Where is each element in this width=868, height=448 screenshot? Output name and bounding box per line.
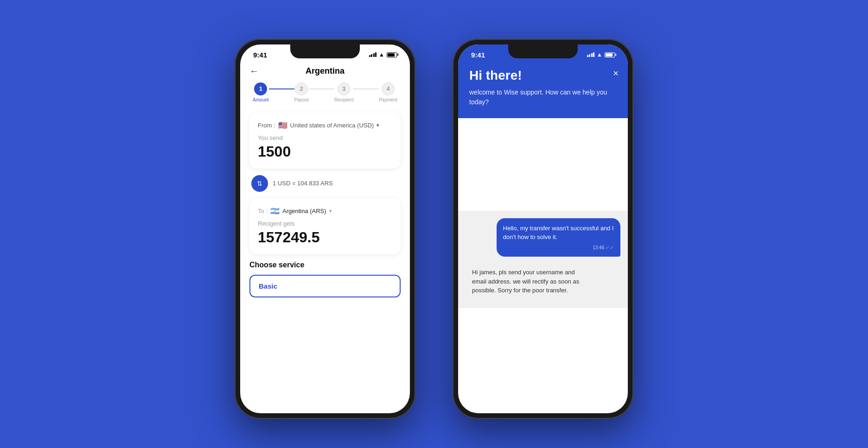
service-name: Basic [259,282,277,290]
from-country-name: United states of America (USD) [290,122,374,129]
wifi-icon-2: ▲ [597,51,602,58]
step-1: 1 Amount [253,82,268,102]
progress-steps: 1 Amount 2 Payout 3 Recipient [249,82,401,102]
page-title: Argentina [306,66,345,76]
step-label-3: Recipient [334,97,354,102]
battery-icon [387,52,397,57]
phone1-content: ← Argentina 1 Amount 2 Payout [240,62,410,297]
phone-chat: 9:41 ▲ × Hi there! welcome to Wise suppo… [453,39,633,419]
from-label-text: From : [258,122,275,129]
message-text-sent: Hello, my transfer wasn't successful and… [503,225,614,241]
to-label-text: To : [258,208,268,215]
you-send-label: You send [258,134,392,141]
chat-empty-area [458,118,628,211]
to-country-name: Argentina (ARS) [282,208,326,215]
phone2-screen: 9:41 ▲ × Hi there! welcome to Wise suppo… [458,44,628,413]
phone-transfer: 9:41 ▲ ← Argentina [235,39,415,419]
to-label: To : 🇦🇷 Argentina (ARS) ▾ [258,207,392,215]
step-circle-3: 3 [338,82,351,95]
close-button[interactable]: × [613,68,619,79]
recipient-amount: 157249.5 [258,229,392,246]
messages-area: Hello, my transfer wasn't successful and… [458,211,628,308]
choose-service-section: Choose service Basic [249,261,401,297]
step-3: 3 Recipient [334,82,354,102]
message-bubble-sent: Hello, my transfer wasn't successful and… [497,218,620,257]
step-circle-1: 1 [254,82,267,95]
status-time-phone2: 9:41 [471,51,485,59]
back-header: ← Argentina [249,62,401,82]
to-card: To : 🇦🇷 Argentina (ARS) ▾ Recigent gets … [249,198,401,254]
message-text-received: Hi james, pls send your username and ema… [472,269,579,294]
from-flag: 🇺🇸 [278,121,287,130]
status-time-phone1: 9:41 [253,51,267,59]
notch-2 [508,44,578,58]
step-label-4: Payment [379,97,397,102]
from-chevron-icon: ▾ [377,122,379,128]
step-label-2: Payout [294,97,309,102]
signal-icon [369,52,377,57]
message-bubble-received: Hi james, pls send your username and ema… [466,262,589,301]
battery-fill [388,53,395,57]
wifi-icon: ▲ [379,51,384,58]
chat-subtitle: welcome to Wise support. How can we help… [469,88,617,107]
to-chevron-icon: ▾ [329,208,332,214]
status-icons-phone2: ▲ [587,51,615,58]
status-icons-phone1: ▲ [369,51,397,58]
service-card-basic[interactable]: Basic [249,275,401,297]
step-line-3 [353,88,379,89]
step-circle-2: 2 [295,82,308,95]
battery-fill-2 [606,53,613,57]
from-label: From : 🇺🇸 United states of America (USD)… [258,121,392,130]
message-received-container: Hi james, pls send your username and ema… [466,262,620,301]
message-sent-container: Hello, my transfer wasn't successful and… [466,218,620,257]
send-amount[interactable]: 1500 [258,143,392,160]
choose-service-title: Choose service [249,261,401,269]
read-ticks: ✓✓ [606,245,614,250]
battery-icon-2 [605,52,615,57]
step-line-1 [269,88,294,89]
step-4: 4 Payment [379,82,397,102]
back-arrow-button[interactable]: ← [249,66,259,76]
chat-greeting: Hi there! [469,68,617,83]
step-line-2 [309,88,334,89]
step-circle-4: 4 [382,82,395,95]
swap-icon[interactable]: ⇅ [251,175,268,192]
exchange-rate-text: 1 USD = 104.833 ARS [273,180,333,187]
phone1-screen: 9:41 ▲ ← Argentina [240,44,410,413]
step-2: 2 Payout [294,82,309,102]
chat-header: × Hi there! welcome to Wise support. How… [458,62,628,118]
message-time-sent: 13:46 ✓✓ [503,244,614,252]
recipient-gets-label: Recigent gets [258,220,392,227]
exchange-rate-row: ⇅ 1 USD = 104.833 ARS [249,175,401,192]
from-country-select[interactable]: 🇺🇸 United states of America (USD) ▾ [278,121,380,130]
to-country-select[interactable]: 🇦🇷 Argentina (ARS) ▾ [270,207,332,215]
from-card: From : 🇺🇸 United states of America (USD)… [249,113,401,169]
to-flag: 🇦🇷 [270,207,280,215]
phones-container: 9:41 ▲ ← Argentina [235,39,633,419]
signal-icon-2 [587,52,595,57]
notch [290,44,360,58]
step-label-1: Amount [253,97,268,102]
